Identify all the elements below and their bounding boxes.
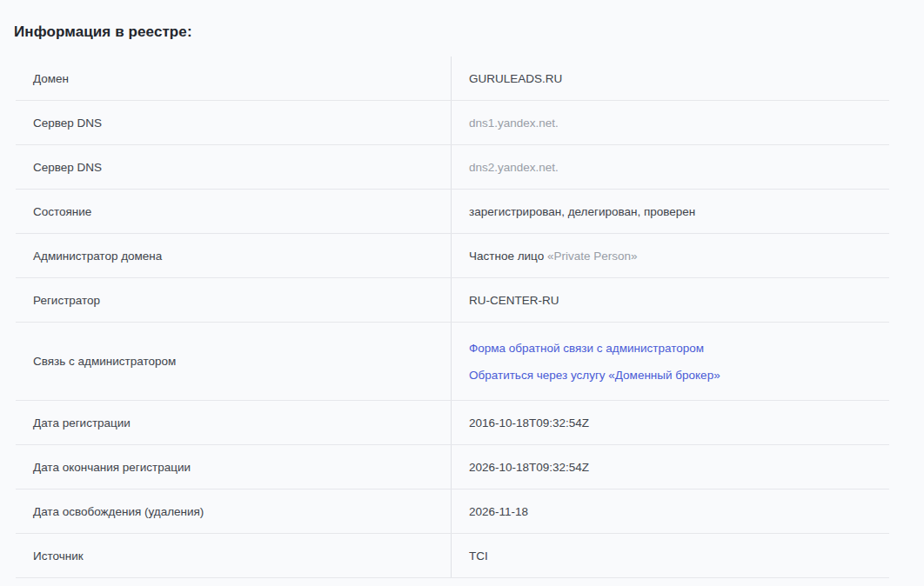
table-row-registrar: Регистратор RU-CENTER-RU — [16, 278, 889, 323]
row-label: Состояние — [16, 190, 451, 233]
registry-info-table: Домен GURULEADS.RU Сервер DNS dns1.yande… — [16, 57, 889, 578]
table-row-admin: Администратор домена Частное лицо «Priva… — [16, 234, 889, 278]
row-label: Связь с администратором — [16, 323, 451, 400]
feedback-form-link[interactable]: Форма обратной связи с администратором — [469, 342, 704, 355]
table-row-registration-date: Дата регистрации 2016-10-18T09:32:54Z — [16, 401, 889, 445]
row-label: Сервер DNS — [16, 145, 451, 189]
row-value-domain: GURULEADS.RU — [451, 57, 889, 100]
table-row-release-date: Дата освобождения (удаления) 2026-11-18 — [16, 489, 889, 534]
table-row-dns1: Сервер DNS dns1.yandex.net. — [16, 101, 889, 145]
admin-name-text: «Private Person» — [547, 250, 638, 263]
row-label: Дата регистрации — [16, 401, 451, 444]
domain-broker-link[interactable]: Обратиться через услугу «Доменный брокер… — [469, 369, 720, 382]
row-value-source: TCI — [451, 534, 889, 577]
row-value-registration-date: 2016-10-18T09:32:54Z — [451, 401, 889, 444]
row-label: Дата освобождения (удаления) — [16, 489, 451, 533]
table-row-source: Источник TCI — [16, 534, 889, 578]
table-row-expiry-date: Дата окончания регистрации 2026-10-18T09… — [16, 445, 889, 489]
row-label: Дата окончания регистрации — [16, 445, 451, 489]
table-row-admin-contact: Связь с администратором Форма обратной с… — [16, 323, 889, 401]
row-value-dns2: dns2.yandex.net. — [451, 145, 889, 189]
row-value-admin: Частное лицо «Private Person» — [451, 234, 889, 277]
table-row-domain: Домен GURULEADS.RU — [16, 57, 889, 101]
admin-type-text: Частное лицо — [469, 250, 547, 263]
row-value-release-date: 2026-11-18 — [451, 489, 889, 533]
row-value-state: зарегистрирован, делегирован, проверен — [451, 190, 889, 233]
row-value-admin-contact: Форма обратной связи с администратором О… — [451, 323, 889, 400]
page-title: Информация в реестре: — [14, 23, 924, 41]
row-label: Домен — [16, 57, 451, 100]
table-row-state: Состояние зарегистрирован, делегирован, … — [16, 190, 889, 234]
row-value-expiry-date: 2026-10-18T09:32:54Z — [451, 445, 889, 489]
row-label: Сервер DNS — [16, 101, 451, 144]
row-label: Администратор домена — [16, 234, 451, 277]
row-value-dns1: dns1.yandex.net. — [451, 101, 889, 144]
row-label: Регистратор — [16, 278, 451, 322]
row-label: Источник — [16, 534, 451, 577]
row-value-registrar: RU-CENTER-RU — [451, 278, 889, 322]
table-row-dns2: Сервер DNS dns2.yandex.net. — [16, 145, 889, 190]
